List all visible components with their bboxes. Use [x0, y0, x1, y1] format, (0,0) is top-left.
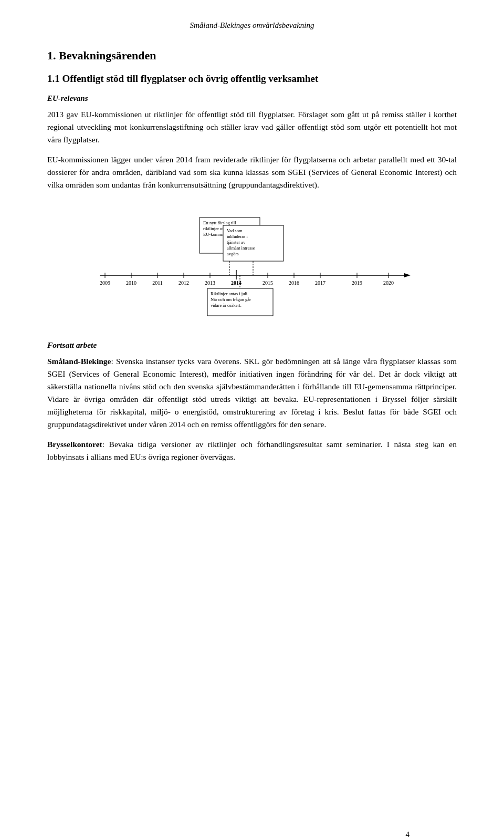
svg-text:2009: 2009 [100, 280, 110, 286]
svg-text:Vad som: Vad som [227, 228, 243, 233]
section-1-title: 1. Bevakningsärenden [47, 49, 457, 63]
fortsatt-label: Fortsatt arbete [47, 340, 457, 350]
svg-text:2015: 2015 [262, 280, 273, 286]
brysselkontoret-bold: Brysselkontoret [47, 440, 102, 449]
section-1-1-title: 1.1 Offentligt stöd till flygplatser och… [47, 73, 457, 85]
svg-text:allmänt intresse: allmänt intresse [227, 245, 255, 251]
paragraph-2: EU-kommissionen lägger under våren 2014 … [47, 153, 457, 191]
page-header: Småland-Blekinges omvärldsbevakning [47, 21, 457, 30]
svg-text:2016: 2016 [289, 280, 299, 286]
svg-text:När och om frågan går: När och om frågan går [211, 297, 251, 302]
eu-relevans-label: EU-relevans [47, 94, 457, 103]
smaland-blekinge-bold: Småland-Blekinge [47, 357, 111, 366]
header-title: Småland-Blekinges omvärldsbevakning [190, 21, 314, 29]
svg-text:2017: 2017 [315, 280, 326, 286]
svg-text:2013: 2013 [205, 280, 215, 286]
svg-text:2019: 2019 [352, 280, 362, 286]
svg-text:vidare är osäkert.: vidare är osäkert. [211, 303, 242, 308]
paragraph-4: Brysselkontoret: Bevaka tidiga versioner… [47, 438, 457, 463]
svg-text:tjänster av: tjänster av [227, 240, 246, 245]
svg-marker-23 [404, 273, 411, 277]
svg-text:2011: 2011 [152, 280, 163, 286]
svg-text:inkluderas i: inkluderas i [227, 234, 248, 239]
paragraph-3: Småland-Blekinge: Svenska instanser tyck… [47, 355, 457, 431]
svg-text:Ett nytt förslag till: Ett nytt förslag till [203, 220, 236, 225]
timeline-diagram: 2009 2010 2011 2012 2013 2014 2015 [47, 207, 457, 325]
page-number: 4 [406, 830, 410, 839]
paragraph-1: 2013 gav EU-kommissionen ut riktlinjer f… [47, 108, 457, 146]
svg-text:Riktlinjer antas i juli.: Riktlinjer antas i juli. [211, 291, 248, 296]
svg-text:2012: 2012 [178, 280, 189, 286]
svg-text:2010: 2010 [126, 280, 136, 286]
svg-text:avgörs: avgörs [227, 251, 239, 256]
timeline-svg: 2009 2010 2011 2012 2013 2014 2015 [89, 207, 415, 325]
svg-text:2020: 2020 [383, 280, 394, 286]
